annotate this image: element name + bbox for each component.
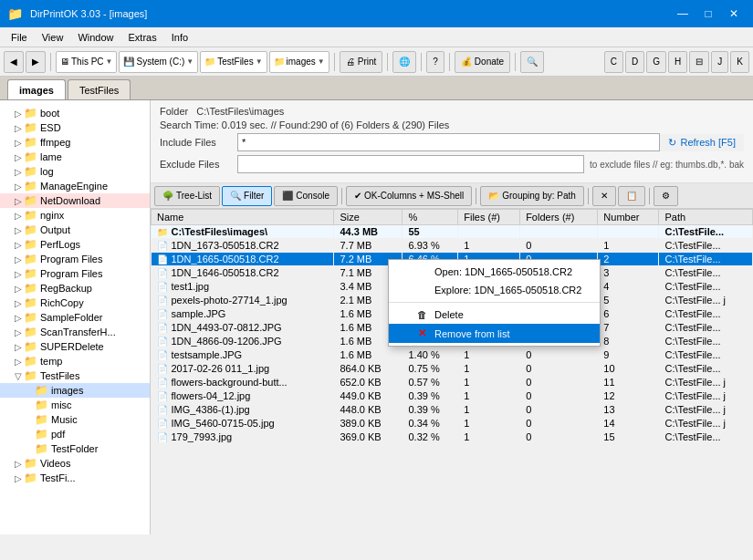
col-name[interactable]: Name bbox=[152, 210, 334, 225]
copy-button[interactable]: 📋 bbox=[618, 186, 645, 206]
tree-item-programfiles2[interactable]: ▷ 📁 Program Files bbox=[0, 266, 150, 281]
table-row[interactable]: 📁C:\TestFiles\images\44.3 MB55C:\TestFil… bbox=[152, 225, 753, 239]
ctx-explore[interactable]: Explore: 1DN_1665-050518.CR2 bbox=[389, 281, 600, 299]
folder-icon: 📁 bbox=[24, 472, 37, 484]
tree-item-manageengine[interactable]: ▷ 📁 ManageEngine bbox=[0, 179, 150, 193]
tree-item-lame[interactable]: ▷ 📁 lame bbox=[0, 150, 150, 164]
toolbar-extra-7[interactable]: K bbox=[730, 51, 749, 73]
tree-item-music[interactable]: 📁 Music bbox=[0, 412, 150, 427]
ctx-delete[interactable]: 🗑 Delete bbox=[389, 306, 600, 324]
forward-button[interactable]: ▶ bbox=[26, 51, 46, 73]
folder-icon: 📁 bbox=[35, 428, 48, 441]
back-button[interactable]: ◀ bbox=[4, 51, 24, 73]
tree-item-testfi[interactable]: ▷ 📁 TestFi... bbox=[0, 471, 150, 485]
col-number[interactable]: Number bbox=[598, 210, 659, 225]
images-dropdown[interactable]: 📁 images ▼ bbox=[269, 51, 329, 73]
ctx-remove-label: Remove from list bbox=[434, 328, 510, 339]
help-button[interactable]: ? bbox=[426, 51, 444, 73]
minimize-button[interactable]: — bbox=[671, 5, 695, 23]
toolbar-extra-1[interactable]: C bbox=[604, 51, 623, 73]
col-pct[interactable]: % bbox=[403, 210, 458, 225]
tree-item-boot[interactable]: ▷ 📁 boot bbox=[0, 106, 150, 120]
tree-label: ScanTransferH... bbox=[40, 327, 116, 337]
grouping-button[interactable]: 📂 Grouping by: Path bbox=[480, 186, 584, 206]
col-size[interactable]: Size bbox=[334, 210, 403, 225]
system-c-label: System (C:) bbox=[136, 57, 184, 67]
include-files-input[interactable] bbox=[237, 133, 660, 151]
table-row[interactable]: 📄flowers-background-butt...652.0 KB0.57 … bbox=[152, 376, 753, 389]
toolbar-extra-3[interactable]: G bbox=[646, 51, 666, 73]
table-row[interactable]: 📄1DN_1673-050518.CR27.7 MB6.93 %101C:\Te… bbox=[152, 239, 753, 253]
system-c-dropdown[interactable]: 💾 System (C:) ▼ bbox=[119, 51, 198, 73]
tab-testfiles[interactable]: TestFiles bbox=[68, 79, 131, 99]
expand-icon: ▷ bbox=[13, 123, 24, 133]
col-files[interactable]: Files (#) bbox=[458, 210, 520, 225]
menu-window[interactable]: Window bbox=[70, 30, 120, 45]
tree-item-output[interactable]: ▷ 📁 Output bbox=[0, 223, 150, 237]
tree-item-samplefolder[interactable]: ▷ 📁 SampleFolder bbox=[0, 310, 150, 325]
menu-info[interactable]: Info bbox=[164, 30, 195, 45]
toolbar-extra-2[interactable]: D bbox=[625, 51, 644, 73]
tree-item-scantransfer[interactable]: ▷ 📁 ScanTransferH... bbox=[0, 325, 150, 339]
toolbar-extra-5[interactable]: ⊟ bbox=[689, 51, 709, 73]
folder-icon: 📁 bbox=[35, 399, 48, 411]
toolbar-extra-4[interactable]: H bbox=[668, 51, 687, 73]
tree-item-testfolder[interactable]: 📁 TestFolder bbox=[0, 441, 150, 456]
col-path[interactable]: Path bbox=[659, 210, 753, 225]
refresh-button[interactable]: ↻ Refresh [F5] bbox=[660, 134, 744, 151]
menu-extras[interactable]: Extras bbox=[121, 30, 164, 45]
toolbar-sep-3 bbox=[387, 53, 388, 71]
tree-item-misc[interactable]: 📁 misc bbox=[0, 398, 150, 412]
tree-item-pdf[interactable]: 📁 pdf bbox=[0, 427, 150, 441]
table-row[interactable]: 📄179_7993.jpg369.0 KB0.32 %1015C:\TestFi… bbox=[152, 430, 753, 444]
close-button[interactable]: ✕ bbox=[722, 5, 746, 23]
tab-images[interactable]: images bbox=[7, 79, 66, 99]
file-table: Name Size % Files (#) Folders (#) Number… bbox=[151, 209, 753, 534]
more-button[interactable]: ⚙ bbox=[654, 186, 678, 206]
menu-file[interactable]: File bbox=[4, 30, 35, 45]
tree-item-regbackup[interactable]: ▷ 📁 RegBackup bbox=[0, 281, 150, 296]
table-row[interactable]: 📄IMG_4386-(1).jpg448.0 KB0.39 %1013C:\Te… bbox=[152, 403, 753, 417]
tree-list-button[interactable]: 🌳 Tree-List bbox=[154, 186, 220, 206]
maximize-button[interactable]: □ bbox=[696, 5, 720, 23]
tree-item-richcopy[interactable]: ▷ 📁 RichCopy bbox=[0, 296, 150, 310]
print-button[interactable]: 🖨 Print bbox=[340, 51, 383, 73]
tree-item-esd[interactable]: ▷ 📁 ESD bbox=[0, 120, 150, 135]
tree-item-temp[interactable]: ▷ 📁 temp bbox=[0, 354, 150, 368]
ctx-remove[interactable]: ✕ Remove from list bbox=[389, 324, 600, 343]
toolbar-extra-6[interactable]: J bbox=[711, 51, 728, 73]
chevron-down-icon-4: ▼ bbox=[318, 57, 325, 66]
menu-view[interactable]: View bbox=[35, 30, 71, 45]
tree-label: ESD bbox=[40, 122, 61, 133]
table-row[interactable]: 📄flowers-04_12.jpg449.0 KB0.39 %1012C:\T… bbox=[152, 389, 753, 403]
tree-item-log[interactable]: ▷ 📁 log bbox=[0, 164, 150, 179]
ok-columns-button[interactable]: ✔ OK-Columns + MS-Shell bbox=[346, 186, 472, 206]
tree-item-programfiles1[interactable]: ▷ 📁 Program Files bbox=[0, 252, 150, 266]
tree-item-ffmpeg[interactable]: ▷ 📁 ffmpeg bbox=[0, 135, 150, 150]
tree-item-videos[interactable]: ▷ 📁 Videos bbox=[0, 456, 150, 471]
globe-button[interactable]: 🌐 bbox=[392, 51, 416, 73]
tree-item-perflogs[interactable]: ▷ 📁 PerfLogs bbox=[0, 237, 150, 252]
donate-button[interactable]: 💰 Donate bbox=[455, 51, 510, 73]
search-button[interactable]: 🔍 bbox=[520, 51, 544, 73]
toolbar-sep-1 bbox=[50, 53, 51, 71]
tree-item-netdownload[interactable]: ▷ 📁 NetDownload bbox=[0, 193, 150, 208]
testfiles-dropdown[interactable]: 📁 TestFiles ▼ bbox=[200, 51, 267, 73]
donate-icon: 💰 bbox=[461, 57, 472, 67]
tree-item-images[interactable]: 📁 images bbox=[0, 383, 150, 398]
folder-icon: 📁 bbox=[35, 442, 48, 455]
col-folders[interactable]: Folders (#) bbox=[520, 210, 598, 225]
table-row[interactable]: 📄IMG_5460-0715-05.jpg389.0 KB0.34 %1014C… bbox=[152, 417, 753, 430]
testfiles-label: TestFiles bbox=[217, 57, 253, 67]
ctx-open[interactable]: Open: 1DN_1665-050518.CR2 bbox=[389, 263, 600, 281]
console-button[interactable]: ⬛ Console bbox=[274, 186, 338, 206]
this-pc-dropdown[interactable]: 🖥 This PC ▼ bbox=[56, 51, 117, 73]
tree-item-nginx[interactable]: ▷ 📁 nginx bbox=[0, 208, 150, 223]
tree-item-superdelete[interactable]: ▷ 📁 SUPERDelete bbox=[0, 339, 150, 354]
tree-item-testfiles[interactable]: ▽ 📁 TestFiles bbox=[0, 368, 150, 383]
table-row[interactable]: 📄2017-02-26 011_1.jpg864.0 KB0.75 %1010C… bbox=[152, 362, 753, 376]
exclude-files-input[interactable] bbox=[237, 155, 584, 173]
remove-icon-button[interactable]: ✕ bbox=[592, 186, 616, 206]
filter-button[interactable]: 🔍 Filter bbox=[222, 186, 272, 206]
table-row[interactable]: 📄testsample.JPG1.6 MB1.40 %109C:\TestFil… bbox=[152, 348, 753, 362]
